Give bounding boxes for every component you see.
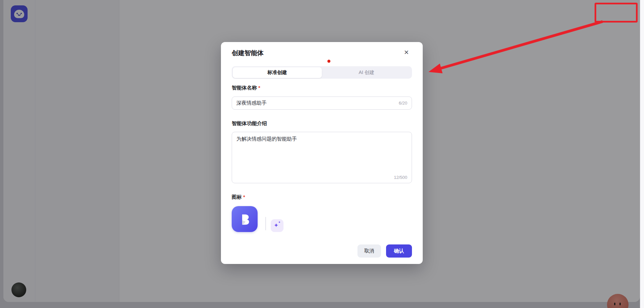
cancel-button[interactable]: 取消 xyxy=(357,244,381,258)
agent-name-input[interactable] xyxy=(236,100,396,106)
sparkle-icon: ✦ xyxy=(278,221,281,224)
close-icon[interactable]: ✕ xyxy=(404,49,409,56)
confirm-button[interactable]: 确认 xyxy=(386,244,412,258)
icon-label: 图标* xyxy=(232,194,245,200)
scrollbar-track[interactable] xyxy=(640,0,644,308)
agent-name-label: 智能体名称* xyxy=(232,85,260,91)
creation-mode-tabs: 标准创建 AI 创建 xyxy=(232,66,412,79)
icon-options-divider xyxy=(265,217,266,230)
tab-ai-create[interactable]: AI 创建 xyxy=(322,67,411,78)
desc-char-counter: 12/500 xyxy=(394,175,407,180)
agent-icon-preview[interactable] xyxy=(232,206,258,232)
agent-b-logo-icon xyxy=(237,211,253,227)
required-asterisk: * xyxy=(243,194,245,200)
ai-generate-icon-button[interactable]: ✦ ✦ xyxy=(271,219,283,232)
create-agent-modal: 创建智能体 ✕ 标准创建 AI 创建 智能体名称* 6/20 智能体功能介绍 为… xyxy=(221,42,423,264)
tab-standard-create[interactable]: 标准创建 xyxy=(233,67,322,78)
annotation-highlight-box xyxy=(595,3,638,23)
agent-desc-field: 为解决情感问题的智能助手 12/500 xyxy=(232,132,412,183)
agent-desc-textarea[interactable]: 为解决情感问题的智能助手 xyxy=(232,132,412,183)
modal-title: 创建智能体 xyxy=(232,49,264,57)
name-char-counter: 6/20 xyxy=(399,101,407,106)
required-asterisk: * xyxy=(258,85,260,90)
agent-name-field: 6/20 xyxy=(232,97,412,110)
agent-desc-label: 智能体功能介绍 xyxy=(232,120,267,127)
